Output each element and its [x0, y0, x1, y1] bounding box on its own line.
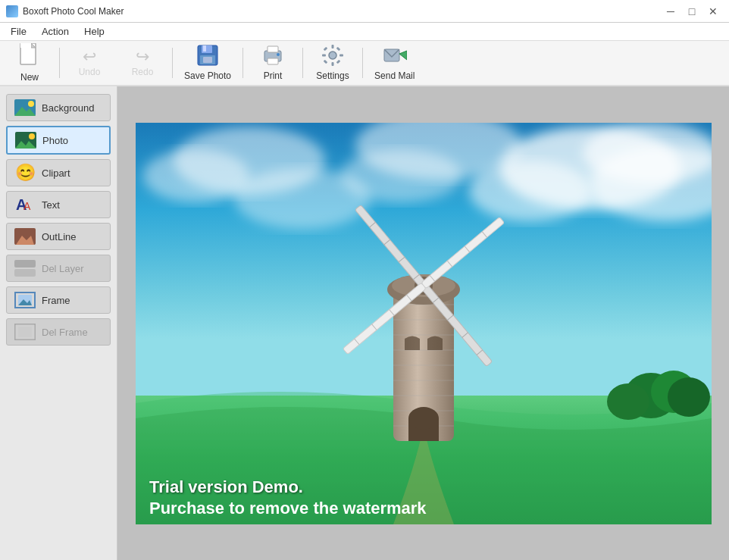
svg-rect-20 [336, 60, 341, 64]
clipart-button[interactable]: 😊 Clipart [6, 159, 111, 186]
toolbar: New ↩ Undo ↪ Redo Save Photo [0, 41, 729, 86]
windmill-scene: Trial version Demo. Purchase to remove t… [136, 123, 712, 524]
print-icon [261, 45, 284, 69]
svg-point-54 [607, 383, 649, 420]
svg-rect-7 [203, 57, 212, 63]
clipart-icon: 😊 [14, 164, 36, 181]
outline-icon [14, 228, 36, 245]
background-icon [14, 99, 36, 116]
redo-button[interactable]: ↪ Redo [116, 42, 169, 83]
frame-button[interactable]: Frame [6, 286, 111, 314]
svg-point-46 [143, 149, 249, 202]
svg-text:Purchase to remove the waterma: Purchase to remove the watermark [149, 499, 427, 518]
new-button[interactable]: New [3, 42, 56, 83]
separator-3 [242, 48, 243, 78]
svg-rect-13 [332, 45, 334, 48]
photo-label: Photo [42, 135, 68, 146]
svg-rect-2 [20, 43, 31, 48]
svg-rect-17 [324, 47, 328, 52]
photo-frame: Trial version Demo. Purchase to remove t… [136, 123, 712, 524]
undo-icon: ↩ [83, 48, 96, 65]
separator-2 [172, 48, 173, 78]
dellayer-icon [14, 260, 36, 277]
title-bar-controls: ─ □ ✕ [661, 3, 723, 20]
svg-point-53 [668, 377, 710, 417]
app-icon [6, 5, 18, 17]
separator-5 [362, 48, 363, 78]
save-label: Save Photo [184, 70, 231, 81]
svg-rect-18 [336, 47, 341, 52]
menu-action[interactable]: Action [34, 24, 77, 39]
separator-4 [302, 48, 303, 78]
settings-label: Settings [316, 70, 349, 81]
maximize-button[interactable]: □ [682, 3, 702, 20]
svg-rect-33 [14, 260, 36, 267]
sidebar: Background Photo 😊 Clipart A A [0, 86, 117, 560]
delframe-button[interactable]: Del Frame [6, 318, 111, 346]
settings-icon [322, 45, 343, 69]
new-icon [19, 43, 40, 70]
outline-button[interactable]: OutLine [6, 223, 111, 250]
title-bar-left: Boxoft Photo Cool Maker [6, 5, 124, 17]
svg-rect-14 [332, 62, 334, 66]
svg-point-12 [329, 52, 336, 59]
photo-icon [15, 132, 36, 149]
outline-label: OutLine [42, 231, 77, 242]
canvas-area: Trial version Demo. Purchase to remove t… [117, 86, 729, 560]
app-title: Boxoft Photo Cool Maker [23, 6, 124, 17]
dellayer-label: Del Layer [42, 263, 84, 274]
menu-file[interactable]: File [3, 24, 34, 39]
title-bar: Boxoft Photo Cool Maker ─ □ ✕ [0, 0, 729, 23]
clipart-label: Clipart [42, 167, 70, 179]
text-button[interactable]: A A Text [6, 191, 111, 218]
undo-button[interactable]: ↩ Undo [63, 42, 116, 83]
text-icon: A A [14, 196, 36, 213]
svg-rect-34 [14, 269, 36, 277]
background-button[interactable]: Background [6, 94, 111, 121]
svg-rect-16 [339, 55, 343, 57]
svg-rect-10 [268, 58, 278, 64]
svg-text:A: A [23, 200, 31, 212]
settings-button[interactable]: Settings [306, 42, 359, 83]
delframe-label: Del Frame [42, 327, 88, 338]
text-label: Text [42, 199, 60, 211]
delframe-icon [14, 324, 36, 340]
sendmail-label: Send Mail [374, 70, 415, 81]
svg-point-11 [277, 53, 280, 56]
print-label: Print [264, 70, 283, 81]
separator-1 [59, 48, 60, 78]
undo-label: Undo [79, 67, 101, 77]
menu-bar: File Action Help [0, 23, 729, 41]
svg-rect-39 [18, 327, 32, 337]
svg-rect-15 [322, 55, 326, 57]
new-label: New [20, 72, 39, 83]
redo-label: Redo [132, 67, 154, 77]
dellayer-button[interactable]: Del Layer [6, 255, 111, 282]
save-button[interactable]: Save Photo [176, 42, 239, 83]
svg-text:Trial version Demo.: Trial version Demo. [149, 477, 303, 496]
save-icon [197, 45, 218, 69]
photo-button[interactable]: Photo [6, 126, 111, 155]
svg-rect-5 [203, 45, 206, 52]
frame-label: Frame [42, 295, 70, 306]
print-button[interactable]: Print [246, 42, 299, 83]
close-button[interactable]: ✕ [703, 3, 723, 20]
svg-point-28 [29, 133, 35, 139]
menu-help[interactable]: Help [77, 24, 112, 39]
svg-point-25 [28, 101, 34, 107]
sendmail-button[interactable]: Send Mail [366, 42, 423, 83]
svg-rect-9 [268, 46, 278, 52]
sendmail-icon [383, 45, 407, 69]
svg-rect-19 [324, 60, 328, 64]
svg-point-65 [408, 407, 439, 430]
svg-point-49 [340, 149, 461, 202]
redo-icon: ↪ [136, 48, 149, 65]
svg-marker-22 [399, 51, 407, 60]
frame-icon [14, 292, 36, 308]
background-label: Background [42, 102, 94, 114]
main-layout: Background Photo 😊 Clipart A A [0, 86, 729, 560]
minimize-button[interactable]: ─ [661, 3, 681, 20]
